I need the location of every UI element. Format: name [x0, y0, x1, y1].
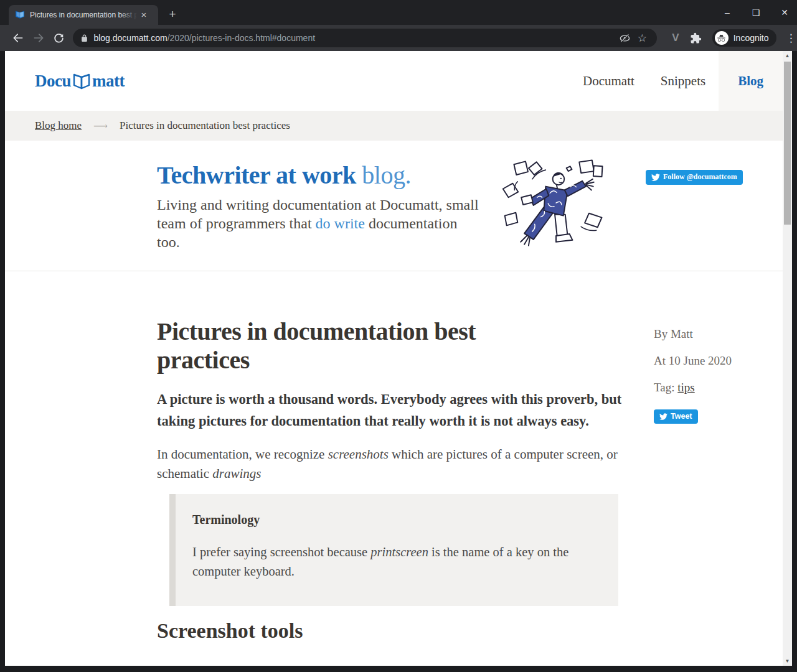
window-minimize-button[interactable]: –	[721, 7, 733, 17]
article-meta: By Matt At 10 June 2020 Tag: tips Tweet	[654, 327, 732, 424]
tweet-button[interactable]: Tweet	[654, 409, 698, 424]
window-close-button[interactable]: ✕	[778, 7, 791, 17]
extensions-button[interactable]	[686, 27, 706, 49]
scrollbar-down-icon[interactable]: ▼	[783, 656, 792, 666]
preview-hidden-button[interactable]	[616, 29, 633, 47]
back-arrow-icon	[12, 32, 24, 44]
breadcrumb: Blog home ⟶ Pictures in documentation be…	[5, 111, 783, 141]
twitter-bird-icon	[659, 413, 667, 420]
forward-arrow-icon	[32, 32, 45, 44]
do-write-link[interactable]: do write	[316, 215, 365, 231]
incognito-icon	[715, 31, 729, 45]
meta-author: By Matt	[654, 327, 732, 341]
url-host: blog.documatt.com	[93, 33, 167, 43]
reload-icon	[53, 32, 65, 44]
forward-button[interactable]	[28, 27, 49, 49]
book-favicon-icon	[15, 10, 25, 20]
blog-hero: Techwriter at work blog. Living and writ…	[5, 141, 783, 271]
bookmark-star-icon[interactable]: ☆	[633, 29, 651, 47]
site-header: Docu matt Documatt Snippets Blog	[5, 51, 783, 111]
browser-menu-icon[interactable]: ⋮	[785, 32, 797, 45]
eye-slash-icon	[619, 32, 631, 44]
breadcrumb-home-link[interactable]: Blog home	[35, 119, 82, 132]
new-tab-button[interactable]: +	[164, 6, 181, 22]
breadcrumb-current: Pictures in documentation best practices	[120, 119, 290, 132]
meta-date: At 10 June 2020	[654, 354, 732, 368]
breadcrumb-arrow-icon: ⟶	[93, 120, 108, 132]
article-lead: A picture is worth a thousand words. Eve…	[157, 389, 634, 432]
scrollbar-thumb[interactable]	[784, 62, 791, 225]
scrollbar-up-icon[interactable]: ▲	[783, 51, 792, 60]
incognito-label: Incognito	[733, 33, 769, 43]
back-button[interactable]	[7, 27, 28, 49]
puzzle-icon	[690, 32, 702, 44]
blog-tagline: Living and writing documentation at Docu…	[157, 195, 481, 252]
tab-title-fade	[120, 11, 137, 19]
incognito-badge: Incognito	[712, 29, 776, 47]
terminology-callout: Terminology I prefer saying screenshot b…	[169, 494, 618, 606]
main-nav: Documatt Snippets Blog	[570, 51, 783, 111]
meta-tag: Tag: tips	[654, 381, 732, 394]
tab-close-icon[interactable]: ×	[138, 9, 149, 21]
article-paragraph: In documentation, we recognize screensho…	[157, 445, 618, 483]
nav-item-blog[interactable]: Blog	[719, 51, 783, 111]
browser-tab[interactable]: Pictures in documentation best practices…	[9, 5, 158, 25]
site-logo[interactable]: Docu matt	[35, 72, 125, 91]
tab-title: Pictures in documentation best practices	[30, 11, 137, 19]
lock-icon	[80, 34, 88, 43]
vue-icon: V	[672, 32, 677, 44]
twitter-bird-icon	[651, 174, 660, 181]
browser-titlebar: Pictures in documentation best practices…	[0, 0, 797, 25]
tag-tips-link[interactable]: tips	[677, 381, 694, 394]
logo-text-post: matt	[92, 72, 125, 91]
blog-title: Techwriter at work blog.	[157, 161, 481, 190]
nav-item-documatt[interactable]: Documatt	[570, 73, 648, 89]
article: Pictures in documentation best practices…	[5, 271, 783, 643]
logo-text-pre: Docu	[35, 72, 71, 91]
reload-button[interactable]	[49, 27, 69, 49]
browser-toolbar: blog.documatt.com/2020/pictures-in-docs.…	[0, 25, 797, 51]
open-book-icon	[72, 73, 92, 90]
page-scrollbar[interactable]: ▲ ▼	[783, 51, 792, 666]
section-heading: Screenshot tools	[157, 619, 783, 643]
juggling-person-illustration	[496, 158, 618, 251]
twitter-follow-button[interactable]: Follow @documattcom	[646, 170, 743, 185]
window-maximize-button[interactable]: ❑	[750, 7, 762, 17]
article-title: Pictures in documentation best practices	[157, 317, 555, 375]
page-viewport: Docu matt Documatt Snippets Blog Blog ho…	[5, 51, 792, 666]
callout-title: Terminology	[192, 513, 593, 527]
url-path: /2020/pictures-in-docs.html#document	[167, 33, 315, 43]
address-bar[interactable]: blog.documatt.com/2020/pictures-in-docs.…	[73, 29, 657, 47]
vue-devtools-button[interactable]: V	[664, 27, 685, 49]
nav-item-snippets[interactable]: Snippets	[648, 73, 719, 89]
callout-body: I prefer saying screenshot because print…	[192, 543, 591, 581]
